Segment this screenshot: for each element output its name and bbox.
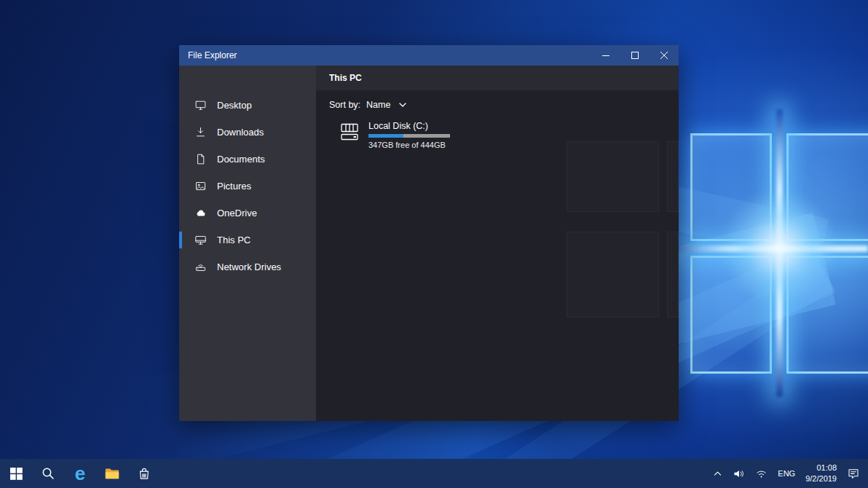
wallpaper-bleed (667, 141, 679, 212)
network-button[interactable] (750, 459, 773, 488)
drive-item-local-disk-c[interactable]: Local Disk (C:) 347GB free of 444GB (338, 121, 505, 149)
store-button[interactable] (128, 459, 160, 488)
location-title: This PC (329, 73, 362, 83)
close-icon (660, 52, 668, 59)
sidebar-item-network-drives[interactable]: Network Drives (179, 253, 316, 280)
network-icon (755, 468, 768, 480)
edge-icon: e (75, 464, 85, 483)
drive-usage-fill (368, 134, 403, 138)
wallpaper-bleed (567, 141, 659, 212)
maximize-button[interactable] (620, 45, 650, 66)
onedrive-icon (194, 207, 207, 219)
sidebar-item-desktop[interactable]: Desktop (179, 92, 316, 119)
chevron-up-icon (713, 469, 722, 479)
action-center-button[interactable] (842, 459, 865, 488)
store-icon (137, 466, 151, 481)
minimize-icon (602, 52, 609, 59)
desktop-icon (194, 99, 207, 111)
minimize-button[interactable] (591, 45, 620, 66)
chevron-down-icon (398, 100, 408, 110)
drive-free-space: 347GB free of 444GB (368, 141, 450, 149)
sidebar-item-pictures[interactable]: Pictures (179, 173, 316, 200)
file-explorer-button[interactable] (96, 459, 128, 488)
documents-icon (194, 153, 207, 165)
tray-overflow-button[interactable] (708, 459, 727, 488)
sort-by-value: Name (366, 100, 390, 110)
content-area: This PC Sort by: Name Local Disk (C:) (316, 66, 679, 421)
language-label: ENG (778, 469, 795, 478)
system-tray: ENG 01:08 9/2/2019 (708, 459, 868, 488)
start-button[interactable] (0, 459, 32, 488)
window-title: File Explorer (179, 50, 591, 60)
speaker-icon (733, 468, 745, 480)
drive-info: Local Disk (C:) 347GB free of 444GB (368, 121, 450, 149)
logo-flare (721, 189, 837, 306)
pictures-icon (194, 180, 207, 192)
window-body: Desktop Downloads Documents Pictures (179, 66, 679, 421)
this-pc-icon (194, 234, 207, 246)
wallpaper-bleed (667, 232, 679, 318)
clock-date: 9/2/2019 (805, 473, 837, 484)
window-titlebar[interactable]: File Explorer (179, 45, 679, 66)
downloads-icon (194, 126, 207, 138)
location-header: This PC (316, 66, 679, 90)
action-center-icon (847, 467, 860, 480)
network-drives-icon (194, 261, 207, 273)
navigation-sidebar: Desktop Downloads Documents Pictures (179, 66, 316, 421)
sort-by-label: Sort by: (329, 100, 360, 110)
sidebar-item-label: This PC (217, 235, 250, 245)
drive-usage-bar (368, 134, 450, 138)
file-explorer-icon (104, 465, 120, 481)
clock-time: 01:08 (816, 463, 837, 473)
sidebar-item-label: OneDrive (217, 208, 257, 219)
file-explorer-window: File Explorer Desktop Downloads (179, 45, 679, 421)
sidebar-item-label: Documents (217, 154, 265, 165)
sidebar-item-documents[interactable]: Documents (179, 146, 316, 173)
edge-button[interactable]: e (64, 459, 96, 488)
sidebar-item-this-pc[interactable]: This PC (179, 227, 316, 253)
drive-name: Local Disk (C:) (368, 121, 450, 131)
sidebar-item-downloads[interactable]: Downloads (179, 119, 316, 146)
close-button[interactable] (650, 45, 679, 66)
wallpaper-bleed (567, 232, 659, 318)
sidebar-item-label: Downloads (217, 127, 264, 138)
maximize-icon (631, 52, 639, 59)
hard-drive-icon (338, 121, 363, 149)
volume-button[interactable] (727, 459, 750, 488)
sidebar-item-onedrive[interactable]: OneDrive (179, 200, 316, 227)
language-indicator[interactable]: ENG (773, 459, 800, 488)
search-button[interactable] (32, 459, 64, 488)
sidebar-item-label: Desktop (217, 100, 252, 111)
sidebar-item-label: Network Drives (217, 261, 281, 272)
clock[interactable]: 01:08 9/2/2019 (800, 459, 842, 488)
search-icon (42, 467, 55, 480)
sidebar-item-label: Pictures (217, 181, 251, 192)
start-icon (10, 468, 23, 480)
taskbar: e ENG 01:08 9/2/2019 (0, 459, 868, 488)
sort-by-dropdown[interactable]: Sort by: Name (316, 90, 679, 110)
